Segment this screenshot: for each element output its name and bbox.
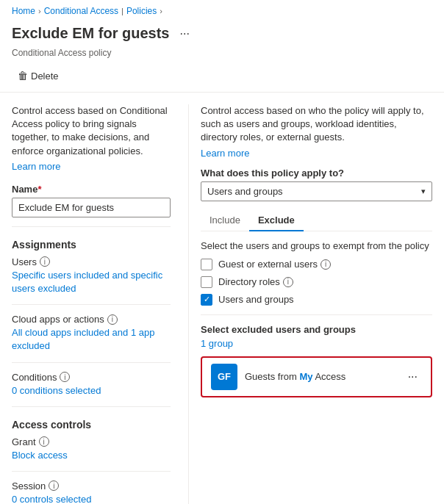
assignments-header: Assignments [12, 239, 171, 251]
guest-external-checkbox-item: Guest or external users i [201, 259, 432, 270]
users-groups-checkbox[interactable] [201, 294, 212, 306]
page-ellipsis-button[interactable]: ··· [176, 26, 194, 42]
cloud-apps-label-row: Cloud apps or actions i [12, 314, 171, 325]
directory-roles-checkbox[interactable] [201, 276, 212, 288]
group-more-button[interactable]: ··· [404, 369, 422, 385]
group-name-suffix: Access [312, 371, 345, 382]
users-groups-checkbox-item: Users and groups [201, 294, 432, 306]
delete-button[interactable]: 🗑 Delete [12, 67, 65, 84]
grant-label-text: Grant [12, 436, 36, 447]
name-field-section: Name* [12, 184, 171, 227]
guest-external-info-icon[interactable]: i [321, 259, 331, 270]
users-label-text: Users [12, 256, 37, 267]
cloud-apps-value[interactable]: All cloud apps included and 1 app exclud… [12, 326, 171, 353]
directory-roles-label: Directory roles i [218, 276, 293, 287]
conditions-label-row: Conditions i [12, 372, 171, 383]
grant-info-icon[interactable]: i [39, 436, 49, 447]
delete-label: Delete [31, 71, 59, 82]
right-description: Control access based on who the policy w… [201, 104, 432, 145]
session-label-text: Session [12, 480, 46, 492]
tab-exclude[interactable]: Exclude [249, 210, 304, 231]
group-initials: GF [218, 371, 231, 382]
breadcrumb-pipe: | [121, 7, 123, 15]
cloud-apps-prefix: All cloud apps included and [12, 327, 131, 338]
name-label: Name* [12, 184, 171, 195]
users-groups-label: Users and groups [218, 294, 294, 305]
excluded-section: Select excluded users and groups 1 group… [201, 314, 432, 397]
left-description: Control access based on Conditional Acce… [12, 104, 171, 158]
session-info-icon[interactable]: i [49, 480, 59, 491]
page-header: Exclude EM for guests ··· [0, 22, 444, 48]
session-label-row: Session i [12, 480, 171, 492]
group-name-highlight: My [299, 371, 312, 382]
chevron-down-icon: ▾ [421, 187, 426, 196]
left-panel: Control access based on Conditional Acce… [12, 104, 188, 504]
users-value[interactable]: Specific users included and specific use… [12, 269, 171, 295]
toolbar: 🗑 Delete [0, 64, 444, 92]
name-required: * [37, 184, 41, 195]
include-exclude-tabs: Include Exclude [201, 210, 432, 231]
group-name-prefix: Guests from [245, 371, 299, 382]
guest-external-checkbox[interactable] [201, 259, 212, 270]
group-avatar: GF [211, 364, 237, 390]
breadcrumb-policies[interactable]: Policies [126, 6, 157, 16]
group-name: Guests from My Access [245, 371, 396, 382]
exclude-description: Select the users and groups to exempt fr… [201, 240, 432, 251]
cloud-apps-section: Cloud apps or actions i All cloud apps i… [12, 314, 171, 362]
name-input[interactable] [12, 198, 171, 217]
guest-external-label: Guest or external users i [218, 259, 331, 270]
conditions-value[interactable]: 0 conditions selected [12, 384, 171, 397]
breadcrumb-sep-1: › [38, 7, 41, 15]
page-subtitle: Conditional Access policy [0, 48, 444, 64]
left-learn-more[interactable]: Learn more [12, 161, 171, 172]
main-content: Control access based on Conditional Acce… [0, 93, 444, 504]
directory-roles-checkbox-item: Directory roles i [201, 276, 432, 288]
group-item: GF Guests from My Access ··· [201, 356, 432, 397]
policy-applies-dropdown[interactable]: Users and groups ▾ [201, 181, 432, 201]
breadcrumb-sep-2: › [160, 7, 162, 15]
excluded-count[interactable]: 1 group [201, 338, 432, 349]
dropdown-label: What does this policy apply to? [201, 168, 432, 179]
grant-value[interactable]: Block access [12, 449, 171, 462]
cloud-apps-label-text: Cloud apps or actions [12, 314, 104, 325]
session-value[interactable]: 0 controls selected [12, 493, 171, 504]
conditions-info-icon[interactable]: i [60, 372, 70, 382]
conditions-section: Conditions i 0 conditions selected [12, 372, 171, 407]
users-label-row: Users i [12, 256, 171, 267]
dropdown-value: Users and groups [207, 186, 283, 197]
access-controls-header: Access controls [12, 419, 171, 431]
right-panel: Control access based on who the policy w… [188, 104, 432, 504]
page-title: Exclude EM for guests [12, 25, 170, 42]
tab-include[interactable]: Include [201, 210, 249, 231]
cloud-apps-info-icon[interactable]: i [107, 314, 118, 325]
grant-label-row: Grant i [12, 436, 171, 447]
directory-roles-info-icon[interactable]: i [283, 277, 293, 287]
session-section: Session i 0 controls selected [12, 480, 171, 504]
grant-section: Grant i Block access [12, 436, 171, 472]
breadcrumb-conditional-access[interactable]: Conditional Access [44, 6, 118, 16]
trash-icon: 🗑 [18, 70, 28, 82]
users-section: Users i Specific users included and spec… [12, 256, 171, 305]
excluded-header: Select excluded users and groups [201, 324, 432, 335]
conditions-label-text: Conditions [12, 372, 57, 383]
users-info-icon[interactable]: i [40, 256, 50, 267]
breadcrumb: Home › Conditional Access | Policies › [0, 0, 444, 22]
breadcrumb-home[interactable]: Home [12, 6, 35, 16]
right-learn-more[interactable]: Learn more [201, 148, 432, 159]
